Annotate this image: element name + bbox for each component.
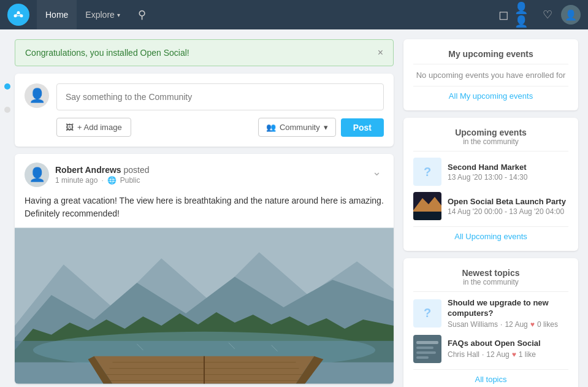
topic-item-2: FAQs about Open Social Chris Hall · 12 A… bbox=[413, 335, 568, 363]
topic-2-meta: Chris Hall · 12 Aug ♥ 1 like bbox=[448, 350, 541, 359]
nav-explore[interactable]: Explore ▾ bbox=[77, 0, 128, 29]
user-avatar-btn[interactable]: 👤 bbox=[561, 5, 581, 25]
event-item-2: Open Social Beta Launch Party 14 Aug '20… bbox=[413, 192, 568, 220]
svg-rect-29 bbox=[416, 351, 436, 354]
post-options-chevron[interactable]: ⌄ bbox=[370, 163, 384, 181]
user-icon: 👤 bbox=[565, 9, 577, 21]
all-topics-link[interactable]: All topics bbox=[413, 375, 568, 384]
event-2-date: 14 Aug '20 00:00 - 13 Aug '20 04:00 bbox=[448, 207, 566, 216]
nav-home[interactable]: Home bbox=[37, 0, 77, 29]
my-events-empty: No upcoming events you have enrolled for bbox=[413, 71, 568, 80]
topic-1-info: Should we upgrade to new computers? Susa… bbox=[448, 298, 568, 329]
upcoming-events-divider bbox=[413, 151, 568, 151]
alert-close-btn[interactable]: × bbox=[378, 47, 383, 58]
add-image-btn[interactable]: 🖼 + Add image bbox=[56, 118, 131, 137]
topic-2-name[interactable]: FAQs about Open Social bbox=[448, 339, 541, 349]
feed-user-name[interactable]: Robert Andrews posted bbox=[55, 165, 150, 175]
topics-divider2 bbox=[413, 369, 568, 370]
notification-btn[interactable]: ♡ bbox=[536, 4, 559, 26]
add-icon: ◻ bbox=[498, 7, 509, 22]
all-my-events-link[interactable]: All My upcoming events bbox=[413, 91, 568, 101]
logo-icon bbox=[12, 9, 25, 21]
my-events-divider2 bbox=[413, 86, 568, 86]
topic-1-name[interactable]: Should we upgrade to new computers? bbox=[448, 298, 568, 319]
image-icon: 🖼 bbox=[66, 123, 74, 132]
svg-rect-27 bbox=[416, 341, 438, 344]
event-1-info: Second Hand Market 13 Aug '20 13:00 - 14… bbox=[448, 163, 527, 182]
topnav: Home Explore ▾ ⚲ ◻ 👤👤 ♡ 👤 bbox=[0, 0, 588, 29]
feed-card: 👤 Robert Andrews posted 1 minute ago · 🌐… bbox=[15, 154, 394, 384]
globe-icon: 🌐 bbox=[107, 176, 116, 185]
alert-bar: Congratulations, you installed Open Soci… bbox=[15, 39, 394, 66]
svg-rect-28 bbox=[416, 347, 433, 349]
post-image bbox=[15, 228, 394, 384]
explore-chevron-icon: ▾ bbox=[117, 12, 120, 18]
side-dot-nav bbox=[0, 39, 15, 387]
heart-icon-2: ♥ bbox=[512, 350, 516, 359]
lake-scene-image bbox=[15, 228, 394, 384]
post-box: 👤 🖼 + Add image 👥 Community ▾ Post bbox=[15, 74, 394, 147]
side-dot-1[interactable] bbox=[4, 83, 10, 90]
topic-1-meta: Susan Williams · 12 Aug ♥ 0 likes bbox=[448, 320, 568, 329]
post-user-avatar: 👤 bbox=[25, 83, 49, 108]
topic-item-1: ? Should we upgrade to new computers? Su… bbox=[413, 298, 568, 329]
bell-icon: ♡ bbox=[543, 8, 552, 21]
post-visibility: Public bbox=[120, 176, 140, 185]
community-dropdown-icon: ▾ bbox=[324, 123, 328, 132]
alert-message: Congratulations, you installed Open Soci… bbox=[25, 48, 189, 58]
upcoming-events-title: Upcoming events in the community bbox=[413, 128, 568, 146]
event-2-thumb bbox=[413, 192, 441, 220]
event-1-thumb: ? bbox=[413, 158, 441, 186]
community-icon: 👥 bbox=[266, 123, 276, 132]
topic-2-image bbox=[413, 335, 441, 363]
right-sidebar: My upcoming events No upcoming events yo… bbox=[403, 39, 578, 387]
post-time: 1 minute ago bbox=[55, 176, 97, 185]
event-item-1: ? Second Hand Market 13 Aug '20 13:00 - … bbox=[413, 158, 568, 186]
main-feed: Congratulations, you installed Open Soci… bbox=[15, 39, 394, 387]
upcoming-events-divider2 bbox=[413, 226, 568, 227]
upcoming-events-card: Upcoming events in the community ? Secon… bbox=[403, 118, 578, 251]
search-icon: ⚲ bbox=[138, 8, 146, 21]
event-2-info: Open Social Beta Launch Party 14 Aug '20… bbox=[448, 197, 566, 216]
search-btn[interactable]: ⚲ bbox=[131, 0, 153, 29]
add-btn[interactable]: ◻ bbox=[492, 4, 514, 26]
svg-rect-25 bbox=[413, 212, 441, 220]
all-upcoming-events-link[interactable]: All Upcoming events bbox=[413, 232, 568, 241]
event-2-image bbox=[413, 192, 441, 220]
event-2-name[interactable]: Open Social Beta Launch Party bbox=[448, 197, 566, 206]
post-text: Having a great vacation! The view here i… bbox=[15, 192, 394, 228]
topics-divider bbox=[413, 291, 568, 292]
feed-user-avatar: 👤 bbox=[25, 163, 49, 187]
svg-line-3 bbox=[15, 13, 18, 16]
svg-rect-30 bbox=[416, 356, 429, 359]
topics-title: Newest topics in the community bbox=[413, 268, 568, 286]
heart-icon-1: ♥ bbox=[530, 320, 535, 329]
svg-line-4 bbox=[18, 13, 21, 16]
topic-2-info: FAQs about Open Social Chris Hall · 12 A… bbox=[448, 339, 541, 359]
my-events-title: My upcoming events bbox=[413, 49, 568, 59]
post-text-input[interactable] bbox=[56, 83, 384, 110]
event-1-name[interactable]: Second Hand Market bbox=[448, 163, 527, 172]
group-btn[interactable]: 👤👤 bbox=[514, 4, 536, 26]
side-dot-2[interactable] bbox=[4, 107, 10, 113]
meta-separator: · bbox=[101, 176, 103, 185]
group-icon: 👤👤 bbox=[514, 1, 536, 28]
topics-card: Newest topics in the community ? Should … bbox=[403, 258, 578, 387]
topic-2-thumb bbox=[413, 335, 441, 363]
post-submit-btn[interactable]: Post bbox=[341, 118, 384, 137]
event-1-date: 13 Aug '20 13:00 - 14:30 bbox=[448, 173, 527, 182]
topic-1-thumb: ? bbox=[413, 299, 441, 328]
logo[interactable] bbox=[7, 4, 29, 26]
my-events-divider bbox=[413, 64, 568, 64]
my-events-card: My upcoming events No upcoming events yo… bbox=[403, 39, 578, 110]
community-selector-btn[interactable]: 👥 Community ▾ bbox=[258, 118, 336, 137]
